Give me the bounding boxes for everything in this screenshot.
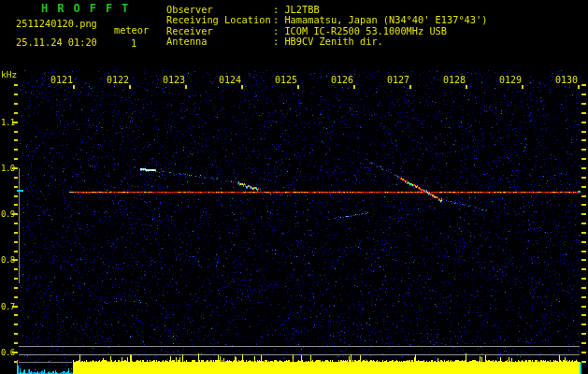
hrofft-window: HROFFT 2511240120.png meteor 25.11.24 01… — [0, 0, 588, 374]
time-label-0127: 0127 — [385, 75, 409, 85]
field-label: Receiving Location — [166, 15, 273, 25]
mode-label: meteor — [114, 24, 149, 36]
time-label-0125: 0125 — [273, 75, 297, 85]
freq-label-0.7: 0.7 — [1, 302, 14, 311]
time-label-0129: 0129 — [497, 75, 522, 85]
time-label-0121: 0121 — [49, 75, 73, 85]
freq-label-0.9: 0.9 — [1, 209, 14, 219]
field-label: Antenna — [166, 36, 273, 47]
time-label-0123: 0123 — [161, 75, 185, 85]
time-label-0122: 0122 — [105, 75, 129, 85]
time-label-0128: 0128 — [441, 75, 466, 85]
app-title: HROFFT — [41, 2, 137, 15]
filename-label: 2511240120.png — [16, 18, 97, 29]
datetime-label: 25.11.24 01:20 — [16, 36, 97, 48]
field-receiving-location: Receiving Location: Hamamatsu, Japan (N3… — [166, 15, 487, 25]
field-antenna: Antenna: HB9CV Zenith dir. — [166, 36, 487, 47]
field-value: : Hamamatsu, Japan (N34°40' E137°43') — [273, 15, 487, 25]
spectrogram-plot — [0, 0, 588, 374]
meteor-count: 1 — [131, 37, 136, 49]
time-label-0126: 0126 — [329, 75, 353, 85]
station-info-block: Observer: JL2TBBReceiving Location: Hama… — [166, 5, 487, 47]
y-axis-unit-label: kHz — [1, 69, 17, 79]
freq-label-1.1: 1.1 — [1, 118, 14, 127]
freq-label-0.6: 0.6 — [1, 348, 14, 357]
field-value: : HB9CV Zenith dir. — [273, 36, 383, 47]
freq-label-1.0: 1.0 — [1, 164, 14, 173]
time-label-0124: 0124 — [217, 75, 241, 85]
time-label-0130: 0130 — [553, 75, 578, 85]
freq-label-0.8: 0.8 — [1, 255, 14, 265]
